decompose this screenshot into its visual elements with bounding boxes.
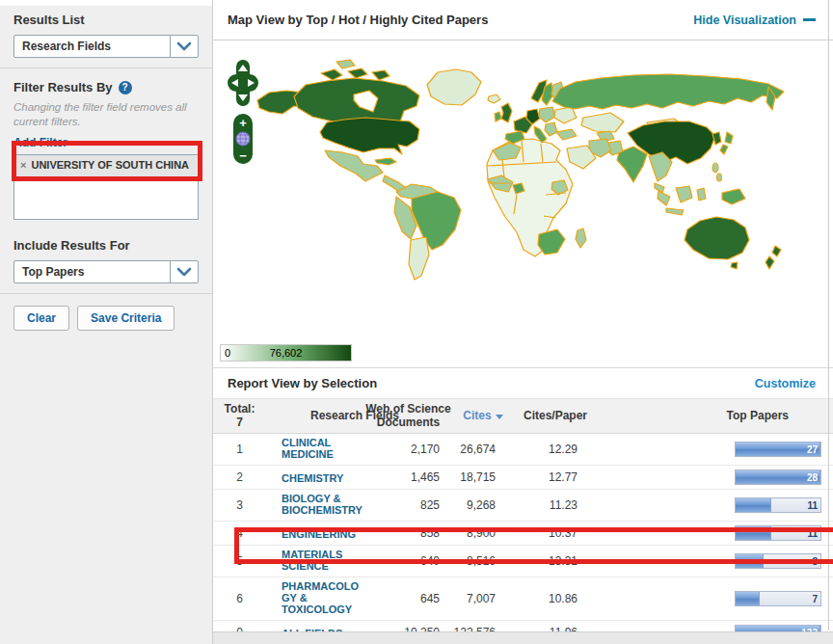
choropleth-map — [213, 40, 833, 341]
row-cites: 18,715 — [444, 470, 507, 484]
clear-button[interactable]: Clear — [13, 306, 69, 331]
col-cites-per-paper: Cites/Paper — [512, 409, 599, 422]
report-rows: 1 CLINICAL MEDICINE 2,170 26,674 12.29 2… — [213, 434, 833, 644]
top-papers-value: 28 — [807, 471, 818, 482]
top-papers-value: 7 — [812, 594, 818, 604]
country-new-zealand — [772, 246, 781, 256]
country-south-africa — [538, 229, 565, 255]
row-docs: 645 — [363, 592, 444, 605]
save-criteria-button[interactable]: Save Criteria — [77, 306, 175, 331]
research-field-link[interactable]: MATERIALS SCIENCE — [282, 549, 363, 572]
map-view-title: Map View by Top / Hot / Highly Cited Pap… — [228, 13, 488, 27]
top-papers-bar: 8 — [735, 553, 821, 569]
map-header: Map View by Top / Hot / Highly Cited Pap… — [213, 0, 833, 40]
top-papers-bar-fill — [736, 592, 760, 605]
table-header: Total: 7 Research Fields Web of Science … — [213, 398, 833, 434]
help-icon[interactable]: ? — [119, 81, 132, 94]
row-cites-per-paper: 11.23 — [507, 498, 594, 512]
zoom-in-button: + — [239, 116, 247, 130]
top-papers-value: 27 — [807, 443, 818, 454]
top-papers-bar: 28 — [735, 470, 821, 485]
map-legend: 0 76,602 — [220, 344, 352, 362]
row-cites: 8,516 — [444, 554, 507, 568]
row-cites: 8,900 — [444, 526, 507, 540]
legend-max: 76,602 — [270, 347, 303, 359]
criteria-buttons: Clear Save Criteria — [0, 294, 212, 340]
legend-min: 0 — [225, 347, 230, 359]
table-row: 3 BIOLOGY & BIOCHEMISTRY 825 9,268 11.23… — [213, 490, 833, 522]
top-papers-bar: 27 — [735, 442, 821, 457]
top-papers-bar: 11 — [735, 497, 821, 513]
row-rank: 2 — [213, 470, 266, 484]
sidebar: Results List Research Fields Filter Resu… — [0, 6, 212, 644]
col-research-fields: Research Fields — [266, 409, 363, 422]
row-docs: 825 — [363, 498, 444, 512]
country-usa — [320, 118, 419, 154]
table-row: 5 MATERIALS SCIENCE 640 8,516 13.31 8 — [213, 546, 833, 577]
row-cites-per-paper: 13.31 — [507, 554, 594, 568]
main-panel: Map View by Top / Hot / Highly Cited Pap… — [212, 0, 833, 644]
bottom-band — [213, 631, 833, 644]
country-iceland — [488, 94, 500, 103]
country-mexico — [325, 150, 383, 181]
country-japan — [725, 132, 733, 144]
panel-right-border — [828, 0, 829, 631]
top-papers-bar-fill — [736, 526, 771, 540]
row-cites-per-paper: 10.37 — [507, 526, 594, 540]
hide-visualization-link[interactable]: Hide Visualization — [693, 13, 816, 27]
map-controls[interactable]: + − — [227, 60, 259, 168]
results-list-section: Results List Research Fields — [0, 6, 212, 68]
world-map[interactable]: + − 0 76,602 — [213, 40, 833, 368]
include-results-heading: Include Results For — [13, 238, 199, 253]
top-papers-bar: 11 — [735, 525, 821, 541]
row-rank: 4 — [213, 526, 266, 540]
results-list-heading: Results List — [13, 13, 199, 27]
country-madagascar — [576, 228, 586, 248]
country-greenland — [427, 69, 481, 105]
row-docs: 858 — [363, 526, 444, 540]
row-cites: 7,007 — [444, 592, 507, 605]
chevron-down-icon[interactable] — [170, 261, 198, 282]
row-rank: 5 — [213, 554, 266, 568]
chevron-down-icon[interactable] — [170, 36, 198, 57]
research-field-link[interactable]: BIOLOGY & BIOCHEMISTRY — [282, 493, 363, 516]
row-cites-per-paper: 10.86 — [507, 592, 594, 605]
results-list-dropdown[interactable]: Research Fields — [13, 35, 199, 58]
country-korea — [712, 132, 721, 145]
col-cites-sort[interactable]: Cites — [454, 409, 512, 422]
country-russia — [552, 74, 784, 109]
row-rank: 3 — [213, 498, 266, 512]
research-field-link[interactable]: CHEMISTRY — [282, 472, 343, 484]
country-argentina — [409, 237, 429, 280]
row-docs: 640 — [363, 554, 444, 568]
include-results-dropdown[interactable]: Top Papers — [13, 260, 199, 283]
row-cites: 26,674 — [444, 443, 507, 456]
filter-tag-label: UNIVERSITY OF SOUTH CHINA — [31, 159, 189, 173]
remove-filter-icon[interactable]: × — [20, 159, 26, 173]
row-rank: 6 — [213, 592, 266, 605]
row-rank: 1 — [213, 443, 266, 456]
customize-link[interactable]: Customize — [755, 377, 816, 390]
globe-icon — [236, 132, 250, 146]
filter-list-box[interactable]: × UNIVERSITY OF SOUTH CHINA — [13, 154, 199, 220]
top-papers-bar-fill — [736, 554, 764, 568]
research-field-link[interactable]: CLINICAL MEDICINE — [282, 437, 363, 460]
results-list-value: Research Fields — [14, 40, 170, 53]
row-docs: 2,170 — [363, 443, 444, 456]
row-docs: 1,465 — [363, 470, 444, 484]
filter-tag[interactable]: × UNIVERSITY OF SOUTH CHINA — [14, 155, 198, 177]
row-cites: 9,268 — [444, 498, 507, 512]
research-field-link[interactable]: ENGINEERING — [282, 528, 356, 540]
esi-screen: Results List Research Fields Filter Resu… — [0, 0, 833, 644]
row-cites-per-paper: 12.77 — [507, 470, 594, 484]
add-filter-link[interactable]: Add Filter » — [13, 136, 77, 149]
top-papers-bar: 7 — [735, 591, 821, 606]
table-row: 1 CLINICAL MEDICINE 2,170 26,674 12.29 2… — [213, 434, 833, 466]
top-papers-value: 11 — [807, 499, 818, 510]
sort-desc-icon — [496, 415, 503, 419]
research-field-link[interactable]: PHARMACOLOGY & TOXICOLOGY — [282, 580, 363, 615]
country-turkey — [556, 129, 577, 140]
country-australia — [685, 217, 749, 259]
zoom-out-button: − — [239, 148, 247, 163]
country-cuba — [375, 158, 396, 165]
